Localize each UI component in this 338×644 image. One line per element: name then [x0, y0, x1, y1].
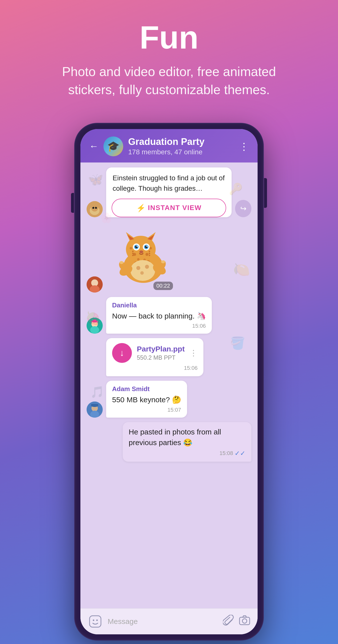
svg-rect-53	[93, 320, 96, 322]
back-arrow-icon[interactable]: ←	[89, 141, 98, 152]
adam-time: 15:07	[112, 407, 181, 413]
file-info: PartyPlan.ppt 550.2 MB PPT	[137, 345, 185, 361]
file-time: 15:06	[112, 365, 197, 371]
camera-icon	[239, 615, 250, 626]
chat-name: Graduation Party	[128, 136, 234, 147]
chat-avatar: 🎓	[103, 136, 123, 156]
sticker-container: 00:22	[106, 222, 175, 292]
hero-section: Fun Photo and video editor, free animate…	[0, 0, 338, 109]
file-row: ↓ PartyPlan.ppt 550.2 MB PPT ⋮	[112, 343, 197, 363]
own-time: 15:08 ✓✓	[129, 450, 246, 457]
hero-title: Fun	[10, 20, 328, 55]
file-size: 550.2 MB PPT	[137, 354, 185, 361]
share-button[interactable]: ↪	[235, 200, 251, 217]
article-bubble: Einstein struggled to find a job out of …	[106, 168, 232, 217]
svg-point-46	[136, 266, 140, 270]
svg-point-22	[130, 247, 132, 250]
svg-point-45	[161, 260, 165, 263]
sticker-picker-icon	[89, 615, 101, 628]
svg-point-44	[119, 261, 123, 264]
svg-point-61	[93, 620, 94, 621]
msg-avatar-person3	[87, 402, 103, 418]
phone-screen: ← 🎓 Graduation Party 178 members, 47 onl…	[80, 129, 258, 634]
svg-point-64	[243, 619, 247, 623]
svg-point-33	[139, 250, 143, 254]
article-message-row: Einstein struggled to find a job out of …	[87, 168, 251, 217]
camera-button[interactable]	[239, 615, 250, 628]
file-bubble: ↓ PartyPlan.ppt 550.2 MB PPT ⋮ 15:06	[106, 338, 203, 376]
daniella-sender: Daniella	[112, 302, 206, 309]
message-input[interactable]: Message	[108, 615, 218, 628]
svg-rect-60	[90, 616, 101, 627]
chat-info: Graduation Party 178 members, 47 online	[128, 136, 234, 156]
svg-point-34	[132, 251, 134, 252]
adam-message-row: Adam Smidt 550 MB keynote? 🤔 15:07	[87, 381, 251, 418]
svg-point-48	[140, 271, 144, 275]
svg-point-35	[132, 253, 134, 254]
sticker-message-row: 00:22	[87, 222, 251, 292]
download-arrow-icon: ↓	[120, 348, 124, 358]
own-time-value: 15:08	[220, 450, 233, 456]
own-bubble: He pasted in photos from all previous pa…	[123, 422, 251, 462]
svg-point-38	[149, 253, 150, 254]
article-text: Einstein struggled to find a job out of …	[113, 173, 225, 194]
chat-body: 🦋 🔑 🌸 🍋 🍓 🪣 🎵 ⭐	[80, 162, 258, 608]
chat-menu-icon[interactable]: ⋮	[239, 141, 249, 152]
instant-view-button[interactable]: ⚡ INSTANT VIEW	[112, 199, 226, 217]
read-ticks-icon: ✓✓	[235, 450, 246, 457]
svg-point-36	[132, 255, 134, 256]
file-message-row: ↓ PartyPlan.ppt 550.2 MB PPT ⋮ 15:06	[87, 338, 251, 376]
svg-point-17	[145, 253, 148, 256]
file-name: PartyPlan.ppt	[137, 345, 185, 353]
file-menu-icon[interactable]: ⋮	[190, 348, 197, 358]
instant-view-label: INSTANT VIEW	[148, 204, 202, 212]
svg-point-23	[149, 247, 152, 250]
adam-text: 550 MB keynote? 🤔	[112, 394, 181, 405]
svg-point-31	[137, 246, 138, 247]
svg-point-18	[137, 258, 140, 260]
phone-outer: ← 🎓 Graduation Party 178 members, 47 onl…	[75, 124, 263, 640]
adam-sender: Adam Smidt	[112, 385, 181, 393]
chat-avatar-image: 🎓	[103, 136, 123, 156]
paperclip-icon	[223, 615, 234, 626]
msg-avatar-person1	[87, 276, 103, 292]
svg-point-62	[96, 620, 98, 621]
svg-point-47	[145, 265, 149, 269]
svg-point-32	[146, 246, 148, 247]
svg-rect-59	[91, 404, 98, 406]
msg-avatar-cat	[87, 201, 103, 217]
svg-point-8	[91, 280, 98, 286]
svg-point-24	[130, 260, 155, 281]
chat-members: 178 members, 47 online	[128, 148, 234, 156]
daniella-time: 15:06	[112, 323, 206, 329]
svg-point-37	[149, 251, 150, 252]
svg-point-51	[90, 326, 99, 334]
daniella-bubble: Daniella Now — back to planning. 🦄 15:06	[106, 297, 212, 334]
phone-wrapper: ← 🎓 Graduation Party 178 members, 47 onl…	[75, 124, 263, 644]
hero-subtitle: Photo and video editor, free animated st…	[50, 63, 288, 99]
chat-header: ← 🎓 Graduation Party 178 members, 47 onl…	[80, 129, 258, 162]
own-message-row: He pasted in photos from all previous pa…	[87, 422, 251, 462]
sticker-picker-button[interactable]	[88, 614, 103, 629]
sticker-time: 00:22	[153, 282, 173, 290]
daniella-text: Now — back to planning. 🦄	[112, 310, 206, 322]
own-text: He pasted in photos from all previous pa…	[129, 426, 246, 448]
cheetah-sticker	[106, 222, 175, 292]
attachment-button[interactable]	[223, 615, 234, 628]
lightning-icon: ⚡	[136, 204, 145, 212]
chat-bottom-bar: Message	[80, 608, 258, 634]
adam-bubble: Adam Smidt 550 MB keynote? 🤔 15:07	[106, 381, 187, 418]
msg-avatar-person2	[87, 318, 103, 334]
svg-point-39	[149, 255, 150, 256]
file-download-icon[interactable]: ↓	[112, 343, 132, 363]
daniella-message-row: Daniella Now — back to planning. 🦄 15:06	[87, 297, 251, 334]
